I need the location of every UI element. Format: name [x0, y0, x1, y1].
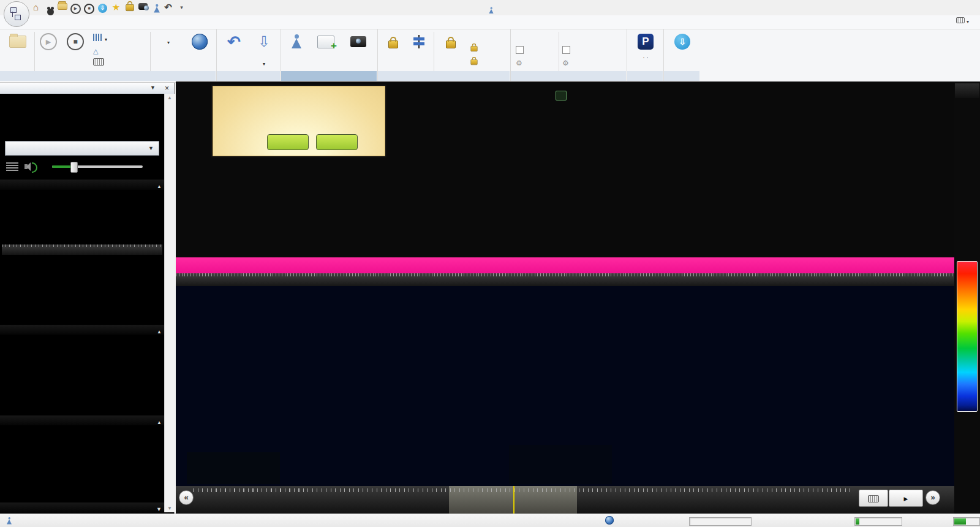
- select-radio-icon: [9, 36, 26, 48]
- centre-icon: [412, 35, 426, 48]
- maximize-button[interactable]: [925, 0, 951, 15]
- history-icon: ⇩: [258, 33, 270, 50]
- frequency-navigator[interactable]: « ▶ »: [176, 486, 954, 515]
- app-menu-button[interactable]: [4, 1, 29, 27]
- signal-meter: [213, 86, 385, 156]
- profile-dropdown[interactable]: ▼: [5, 141, 159, 156]
- signal-level-value: [267, 134, 309, 150]
- band-plan-bar: [176, 257, 954, 273]
- keyboard-icon: [93, 58, 104, 66]
- scroll-right-button[interactable]: »: [925, 490, 940, 505]
- navigator-ruler[interactable]: [193, 486, 854, 515]
- child-instance-button[interactable]: [311, 31, 341, 70]
- mode-header[interactable]: ▲: [0, 325, 168, 335]
- previous-button[interactable]: ↶: [219, 31, 249, 70]
- ribbon-tabbar: ▾: [0, 15, 980, 29]
- frequency-display[interactable]: [0, 94, 164, 142]
- palette-gradient[interactable]: [957, 261, 978, 412]
- speaker-icon[interactable]: [24, 162, 37, 173]
- status-app-icon: [4, 516, 15, 527]
- status-globe-icon: [605, 516, 614, 526]
- checkbox[interactable]: [516, 46, 524, 54]
- waterfall-display[interactable]: [176, 286, 954, 486]
- group-label-donate: [627, 71, 663, 81]
- gear-icon: ⚙: [516, 59, 522, 67]
- lock-radio-button[interactable]: [381, 31, 405, 70]
- scroll-down-icon[interactable]: ▼: [167, 506, 172, 511]
- padlock-icon: [470, 46, 477, 51]
- auto-mute-options[interactable]: ⚙: [516, 58, 522, 69]
- close-icon[interactable]: ×: [165, 84, 169, 93]
- lock-centre-button[interactable]: [406, 31, 432, 70]
- mode-grid: [0, 335, 164, 414]
- group-label-radio: [0, 71, 216, 81]
- ribbon: ▶ ■ ▾ △ ▾ ↶ ⇩ ▾: [0, 29, 980, 83]
- agc-header[interactable]: ▼: [0, 502, 168, 513]
- spectrum-frequency-ruler[interactable]: [176, 273, 954, 286]
- group-label-update: [664, 71, 699, 81]
- chevron-down-icon[interactable]: ▼: [150, 85, 156, 91]
- frequency-button[interactable]: [93, 58, 104, 69]
- chevron-down-icon: ▼: [148, 142, 154, 155]
- titlebar: ⌂ ▶ ■ ⇩ ★ ↶ ▾: [0, 0, 980, 16]
- bandwidth-button[interactable]: ▾: [93, 33, 107, 44]
- utc-clock: [187, 452, 280, 484]
- always-on-top-button[interactable]: [283, 31, 310, 70]
- style-icon: [956, 17, 965, 23]
- select-radio-button[interactable]: [2, 31, 33, 70]
- receive-panel-header[interactable]: ▼ ×: [0, 83, 174, 94]
- app-glyph: [10, 7, 17, 13]
- child-instance-icon: [317, 36, 334, 48]
- bandwidth-icon: [93, 34, 103, 41]
- if-spectrum[interactable]: [2, 191, 162, 245]
- waterfall-palette: [954, 82, 980, 515]
- app-icon: [489, 7, 494, 14]
- receive-panel: ▼ × ▼ ▲: [0, 83, 175, 514]
- volume-thumb[interactable]: [70, 162, 78, 173]
- auto-range-button[interactable]: [955, 83, 979, 98]
- lock-all-button[interactable]: [470, 45, 478, 56]
- paypal-button[interactable]: P . .: [630, 31, 662, 70]
- volume-fill: [52, 165, 73, 168]
- status-audio-bar: [953, 517, 980, 526]
- receiver-marker[interactable]: [556, 91, 567, 100]
- minimize-button[interactable]: [895, 0, 921, 15]
- update-icon: ⇩: [674, 34, 690, 50]
- update-available-button[interactable]: ⇩: [665, 31, 699, 70]
- lock-program-button[interactable]: [436, 31, 466, 70]
- scroll-up-icon[interactable]: ▲: [167, 95, 172, 100]
- if-frequency-ruler[interactable]: [2, 245, 162, 255]
- cursor-readout: [509, 445, 612, 484]
- stop-button[interactable]: ■: [62, 31, 88, 70]
- paypal-icon: P: [638, 34, 654, 50]
- padlock-icon: [470, 59, 477, 65]
- group-label-lock: [378, 71, 510, 81]
- noise-blanker-enable[interactable]: [562, 45, 573, 56]
- volume-slider[interactable]: [52, 165, 143, 168]
- calibration-button[interactable]: △: [93, 45, 98, 56]
- padlock-icon: [388, 40, 398, 48]
- volume-row: [0, 157, 164, 176]
- style-menu[interactable]: ▾: [956, 17, 969, 25]
- checkbox[interactable]: [562, 46, 570, 54]
- unlock-all-button[interactable]: [470, 58, 478, 69]
- noise-blanker-options[interactable]: ⚙: [562, 58, 569, 69]
- panel-scrollbar[interactable]: ▲ ▼: [164, 94, 175, 512]
- close-button[interactable]: [952, 0, 978, 15]
- calibration-icon: △: [93, 47, 98, 55]
- keyboard-entry-button[interactable]: [859, 490, 888, 507]
- zoom-button[interactable]: ▶: [889, 490, 923, 507]
- equalizer-icon[interactable]: [6, 162, 18, 172]
- screenshot-button[interactable]: [341, 31, 376, 70]
- if-display-header[interactable]: ▲: [0, 180, 168, 190]
- start-button[interactable]: ▶: [36, 31, 61, 70]
- snr-value: [316, 134, 358, 150]
- server-options-button[interactable]: [185, 31, 214, 70]
- group-label-extras: [281, 71, 377, 81]
- history-button[interactable]: ⇩ ▾: [250, 31, 278, 70]
- auto-mute-enable[interactable]: [516, 45, 526, 56]
- filter-header[interactable]: ▲: [0, 415, 168, 426]
- scroll-left-button[interactable]: «: [179, 490, 194, 505]
- group-label-wideband-dsp: [511, 71, 626, 81]
- if-waterfall[interactable]: [2, 255, 162, 327]
